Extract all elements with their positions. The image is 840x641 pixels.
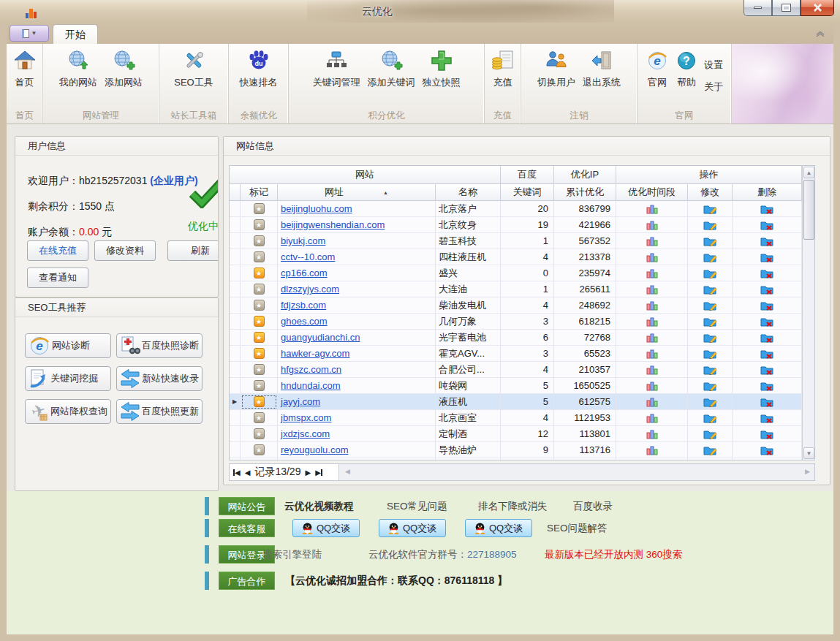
edit-cell[interactable] <box>688 410 733 426</box>
mark-cell[interactable]: ★ <box>241 362 278 378</box>
star-mark-icon[interactable]: ★ <box>254 412 265 423</box>
table-row[interactable]: ★beijingwenshendian.com北京纹身19421966 <box>230 217 802 233</box>
edit-cell[interactable] <box>688 201 733 217</box>
site-url-link[interactable]: beijingwenshendian.com <box>278 219 385 230</box>
site-url-link[interactable]: beijingluohu.com <box>278 203 352 214</box>
delete-cell[interactable] <box>733 410 802 426</box>
time-range-cell[interactable] <box>616 426 688 442</box>
ribbon-button-globe-plus[interactable]: 添加网站 <box>102 45 145 107</box>
star-mark-icon[interactable]: ★ <box>254 396 265 407</box>
delete-cell[interactable] <box>733 201 802 217</box>
table-row[interactable]: ★cp166.com盛兴0235974 <box>230 265 802 281</box>
mark-cell[interactable]: ★ <box>241 314 278 330</box>
ribbon-button-users[interactable]: 切换用户 <box>534 45 578 107</box>
scrollbar-thumb[interactable] <box>803 180 814 240</box>
last-page-button[interactable]: ▶ <box>315 469 322 477</box>
tab-start[interactable]: 开始 <box>53 24 98 44</box>
next-page-button[interactable]: ▶ <box>305 469 311 477</box>
mark-cell[interactable]: ★ <box>241 265 278 281</box>
time-range-cell[interactable] <box>616 249 688 265</box>
site-url-link[interactable]: jayyj.com <box>278 396 320 407</box>
delete-cell[interactable] <box>733 330 802 346</box>
edit-cell[interactable] <box>688 426 733 442</box>
vertical-scrollbar[interactable]: ▲ ▼ <box>802 166 814 460</box>
mark-cell[interactable]: ★ <box>241 249 278 265</box>
time-range-cell[interactable] <box>616 346 688 362</box>
edit-cell[interactable] <box>688 281 733 297</box>
mark-cell[interactable]: ★ <box>241 442 278 458</box>
site-url-link[interactable]: jbmspx.com <box>278 412 331 423</box>
ribbon-button-globe-up[interactable]: 我的网站 <box>56 45 100 107</box>
refresh-button[interactable]: 刷新 <box>167 240 219 261</box>
delete-cell[interactable] <box>733 265 802 281</box>
seo-tool-button-4[interactable]: 新站快速收录 <box>116 366 203 391</box>
table-row[interactable]: ★hfgszc.com.cn合肥公司...4210357 <box>230 362 802 378</box>
delete-cell[interactable] <box>733 458 802 460</box>
star-mark-icon[interactable]: ★ <box>254 219 265 230</box>
delete-cell[interactable] <box>733 362 802 378</box>
mark-cell[interactable]: ★ <box>241 410 278 426</box>
search-engine-login-link[interactable]: 搜索引擎登陆 <box>262 548 322 561</box>
mark-cell[interactable]: ★ <box>241 297 278 314</box>
star-mark-icon[interactable]: ★ <box>254 235 265 246</box>
ribbon-button-globe-plus[interactable]: 添加关键词 <box>365 45 418 107</box>
ribbon-button-tools[interactable]: SEO工具 <box>171 45 216 107</box>
seo-tool-button-3[interactable]: 关键词挖掘 <box>25 366 111 391</box>
time-range-cell[interactable] <box>616 217 688 233</box>
time-range-cell[interactable] <box>616 233 688 249</box>
site-url-link[interactable]: guangyudianchi.cn <box>278 332 360 343</box>
table-row[interactable]: ★beijingluohu.com北京落户20836799 <box>230 201 802 217</box>
star-mark-icon[interactable]: ★ <box>254 284 265 295</box>
qq-chat-button[interactable]: QQ交谈 <box>465 519 532 537</box>
ribbon-button-exit-door[interactable]: 退出系统 <box>580 45 624 107</box>
column-header-4[interactable]: 关键词 <box>501 184 554 201</box>
qq-chat-button[interactable]: QQ交谈 <box>379 519 446 537</box>
table-row[interactable]: ★dlzszyjys.com大连油1265611 <box>230 281 802 297</box>
edit-cell[interactable] <box>688 346 733 362</box>
table-row[interactable]: ★jxdzjsc.com定制酒12113801 <box>230 426 802 442</box>
mark-cell[interactable]: ★ <box>241 458 278 460</box>
mark-cell[interactable]: ★ <box>241 378 278 394</box>
star-mark-icon[interactable]: ★ <box>254 332 265 343</box>
edit-cell[interactable] <box>688 362 733 378</box>
time-range-cell[interactable] <box>616 394 688 410</box>
seo-answer-link[interactable]: SEO问题解答 <box>547 522 608 535</box>
delete-cell[interactable] <box>733 233 802 249</box>
site-url-link[interactable]: cctv--10.com <box>278 251 335 262</box>
announcement-link[interactable]: 百度收录 <box>573 500 613 513</box>
seo-tool-button-5[interactable]: ✈网站降权查询 <box>25 399 111 424</box>
prev-page-button[interactable]: ◀ <box>245 469 251 477</box>
mark-cell[interactable]: ★ <box>241 281 278 297</box>
site-url-link[interactable]: biyukj.com <box>278 235 325 246</box>
ribbon-small-button-settings[interactable]: 设置 <box>704 58 723 72</box>
table-row[interactable]: ★ghoes.com几何万象3618215 <box>230 314 802 330</box>
delete-cell[interactable] <box>733 249 802 265</box>
site-url-link[interactable]: jxdzjsc.com <box>278 428 330 439</box>
edit-cell[interactable] <box>688 394 733 410</box>
time-range-cell[interactable] <box>616 458 688 460</box>
delete-cell[interactable] <box>733 442 802 458</box>
time-range-cell[interactable] <box>616 410 688 426</box>
star-mark-icon[interactable]: ★ <box>254 300 265 311</box>
announcement-link[interactable]: SEO常见问题 <box>387 500 447 513</box>
edit-cell[interactable] <box>688 442 733 458</box>
delete-cell[interactable] <box>733 378 802 394</box>
scroll-up-icon[interactable]: ▲ <box>803 167 814 178</box>
table-row[interactable]: ★jbmspx.com北京画室41121953 <box>230 410 802 426</box>
mark-cell[interactable]: ★ <box>241 394 278 410</box>
minimize-button[interactable] <box>743 0 772 16</box>
ribbon-button-home[interactable]: 首页 <box>10 45 39 107</box>
table-row[interactable]: ★cctv--10.com四柱液压机4213378 <box>230 249 802 265</box>
ribbon-button-keyword-tree[interactable]: 关键词管理 <box>310 45 363 107</box>
table-row[interactable]: ▶★jayyj.com液压机5612575 <box>230 394 802 410</box>
edit-cell[interactable] <box>688 297 733 314</box>
table-row[interactable]: ★hawker-agv.com霍克AGV...365523 <box>230 346 802 362</box>
time-range-cell[interactable] <box>616 314 688 330</box>
qq-chat-button[interactable]: QQ交谈 <box>292 519 360 537</box>
site-url-link[interactable]: ghoes.com <box>278 316 328 327</box>
mark-cell[interactable]: ★ <box>241 233 278 249</box>
star-mark-icon[interactable]: ★ <box>254 348 265 359</box>
star-mark-icon[interactable]: ★ <box>254 251 265 262</box>
ribbon-button-green-plus[interactable]: 独立快照 <box>420 45 463 107</box>
announcement-link[interactable]: 排名下降或消失 <box>478 500 548 513</box>
